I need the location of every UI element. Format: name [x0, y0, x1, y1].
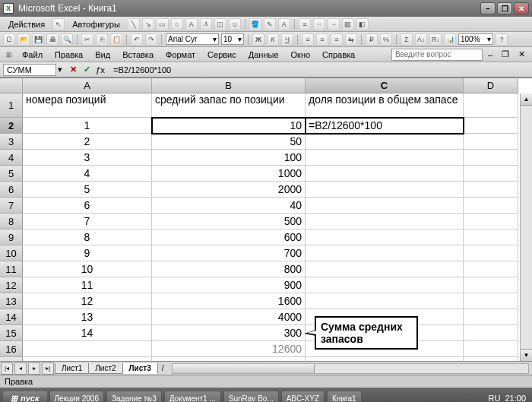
row-header[interactable]: 17 [0, 357, 23, 361]
sheet-tab-1[interactable]: Лист1 [55, 363, 89, 374]
start-button[interactable]: ⊞ пуск [3, 391, 47, 403]
cell[interactable]: 40 [152, 198, 306, 214]
clipart-icon[interactable]: ☺ [229, 18, 241, 30]
cell[interactable] [306, 245, 464, 261]
maximize-button[interactable]: ❐ [497, 2, 512, 14]
bold-icon[interactable]: Ж [252, 33, 264, 46]
row-header[interactable]: 7 [0, 198, 23, 214]
menu-tools[interactable]: Сервис [202, 48, 242, 62]
row-header[interactable]: 5 [0, 166, 23, 182]
paste-icon[interactable]: 📋 [110, 33, 122, 46]
cell[interactable] [306, 214, 464, 229]
tab-first-icon[interactable]: |◂ [1, 362, 13, 375]
cell[interactable]: 50 [152, 134, 306, 150]
doc-minimize-button[interactable]: – [484, 49, 496, 60]
cell[interactable] [152, 357, 306, 361]
cell[interactable] [23, 357, 152, 361]
cell[interactable]: 2000 [152, 182, 306, 198]
minimize-button[interactable]: – [480, 2, 496, 14]
scroll-down-icon[interactable]: ▼ [521, 349, 532, 361]
help-input[interactable] [391, 49, 483, 61]
open-icon[interactable]: 📂 [17, 33, 30, 46]
cell[interactable] [464, 245, 518, 261]
wordart-icon[interactable]: 𝐴 [200, 18, 212, 30]
row-header[interactable]: 10 [0, 245, 23, 261]
align-left-icon[interactable]: ≡ [302, 33, 314, 46]
cell-sum[interactable]: 12600 [152, 341, 306, 357]
cancel-icon[interactable]: ✕ [67, 64, 79, 76]
cell[interactable]: 700 [152, 245, 306, 261]
row-header[interactable]: 2 [0, 118, 23, 134]
redo-icon[interactable]: ↷ [145, 33, 157, 46]
arrow-icon[interactable]: ↘ [142, 18, 154, 30]
line-style-icon[interactable]: ≡ [299, 18, 311, 30]
cell[interactable]: 2 [23, 134, 152, 150]
font-select[interactable]: Arial Cyr▾ [166, 33, 219, 45]
cell[interactable] [306, 198, 464, 214]
tab-last-icon[interactable]: ▸| [42, 362, 54, 375]
cell[interactable]: 1000 [152, 166, 306, 182]
cell[interactable]: 300 [152, 325, 306, 341]
tab-prev-icon[interactable]: ◂ [14, 362, 27, 375]
row-header[interactable]: 3 [0, 134, 23, 150]
cell[interactable] [464, 229, 518, 245]
align-center-icon[interactable]: ≡ [316, 33, 328, 46]
task-button[interactable]: Документ1 ... [164, 391, 221, 402]
row-header[interactable]: 14 [0, 309, 23, 325]
close-button[interactable]: ✕ [514, 2, 529, 14]
font-color-icon[interactable]: A [278, 18, 290, 30]
cell[interactable]: доля позиции в общем запасе [306, 93, 464, 118]
cell[interactable]: 800 [152, 261, 306, 277]
help-icon[interactable]: ? [496, 33, 508, 46]
scroll-up-icon[interactable]: ▲ [521, 93, 532, 106]
font-size-select[interactable]: 10▾ [221, 33, 244, 45]
textbox-icon[interactable]: A [185, 18, 198, 30]
menu-edit[interactable]: Правка [49, 48, 88, 62]
copy-icon[interactable]: ⎘ [96, 33, 108, 46]
chart-icon[interactable]: ◫ [214, 18, 226, 30]
horizontal-scrollbar[interactable] [172, 363, 529, 374]
cell[interactable] [464, 198, 518, 214]
arrow-style-icon[interactable]: → [328, 18, 340, 30]
cell[interactable]: 6 [23, 198, 152, 214]
cell[interactable] [464, 166, 518, 182]
cut-icon[interactable]: ✂ [81, 33, 93, 46]
enter-icon[interactable]: ✓ [81, 64, 93, 76]
oval-icon[interactable]: ○ [171, 18, 183, 30]
zoom-select[interactable]: 100%▾ [458, 33, 493, 45]
cell[interactable]: средний запас по позиции [152, 93, 306, 118]
select-arrow-icon[interactable]: ↖ [52, 18, 65, 30]
cell[interactable]: номера позиций [23, 93, 152, 118]
fill-icon[interactable]: 🪣 [249, 18, 261, 30]
currency-icon[interactable]: ₽ [366, 33, 378, 46]
cell[interactable]: 1 [23, 118, 152, 134]
sort-asc-icon[interactable]: A↓ [415, 33, 427, 46]
column-header-C[interactable]: C [306, 78, 464, 93]
cell[interactable] [464, 182, 518, 198]
help-search[interactable] [391, 49, 483, 61]
undo-icon[interactable]: ↶ [131, 33, 143, 46]
cell[interactable]: 100 [152, 150, 306, 166]
cell[interactable]: 8 [23, 229, 152, 245]
save-icon[interactable]: 💾 [32, 33, 44, 46]
actions-menu[interactable]: Действия [3, 17, 50, 31]
menu-help[interactable]: Справка [317, 48, 360, 62]
cell[interactable] [306, 134, 464, 150]
vertical-scrollbar[interactable]: ▲ ▼ [520, 93, 532, 361]
cell[interactable]: 500 [152, 214, 306, 229]
cell[interactable] [464, 309, 518, 325]
sheet-tab-2[interactable]: Лист2 [88, 363, 122, 374]
sort-desc-icon[interactable]: Я↓ [429, 33, 442, 46]
cell[interactable]: 10 [23, 261, 152, 277]
lang-indicator[interactable]: RU [489, 394, 501, 402]
row-header[interactable]: 11 [0, 261, 23, 277]
tab-next-icon[interactable]: ▸ [28, 362, 40, 375]
doc-close-button[interactable]: ✕ [515, 49, 529, 60]
callout-annotation[interactable]: Сумма средних запасов [315, 316, 418, 350]
cell[interactable]: 4000 [152, 309, 306, 325]
cell[interactable] [464, 134, 518, 150]
underline-icon[interactable]: Ч [281, 33, 293, 46]
row-header[interactable]: 1 [0, 93, 23, 118]
cell[interactable] [464, 325, 518, 341]
row-header[interactable]: 13 [0, 293, 23, 309]
